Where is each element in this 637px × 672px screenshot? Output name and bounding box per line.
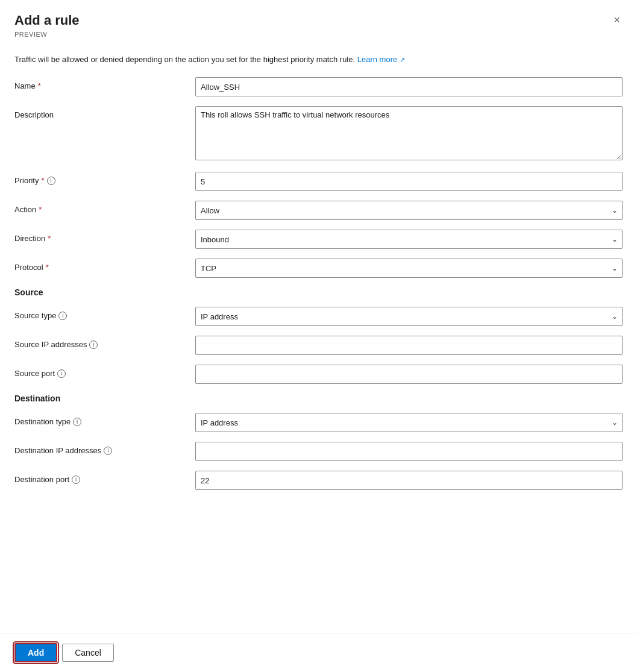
direction-row: Direction * Inbound Outbound ⌄: [14, 230, 623, 249]
name-required: *: [38, 81, 41, 90]
priority-control: [195, 172, 623, 191]
add-rule-dialog: Add a rule PREVIEW × Traffic will be all…: [0, 0, 637, 672]
source-port-control: [195, 365, 623, 384]
dialog-body: Traffic will be allowed or denied depend…: [0, 44, 637, 628]
dest-ip-label: Destination IP addresses i: [14, 442, 195, 455]
external-link-icon: ↗: [400, 56, 405, 63]
direction-select-wrapper: Inbound Outbound ⌄: [195, 230, 623, 249]
action-select-wrapper: Allow Deny ⌄: [195, 201, 623, 220]
description-control: This roll allows SSH traffic to virtual …: [195, 106, 623, 162]
action-row: Action * Allow Deny ⌄: [14, 201, 623, 220]
dest-type-select[interactable]: IP address Service Tag Application secur…: [195, 413, 623, 432]
source-ip-row: Source IP addresses i: [14, 336, 623, 355]
source-type-label: Source type i: [14, 307, 195, 320]
priority-label: Priority * i: [14, 172, 195, 185]
direction-label: Direction *: [14, 230, 195, 243]
dest-ip-row: Destination IP addresses i: [14, 442, 623, 461]
protocol-select-wrapper: TCP UDP Any ICMP ⌄: [195, 259, 623, 278]
priority-info-icon[interactable]: i: [47, 177, 55, 185]
name-control: [195, 77, 623, 96]
dest-port-info-icon[interactable]: i: [72, 476, 80, 484]
direction-control: Inbound Outbound ⌄: [195, 230, 623, 249]
source-ip-label: Source IP addresses i: [14, 336, 195, 349]
name-row: Name *: [14, 77, 623, 96]
description-input[interactable]: This roll allows SSH traffic to virtual …: [195, 106, 623, 160]
dest-port-label: Destination port i: [14, 471, 195, 484]
priority-input[interactable]: [195, 172, 623, 191]
name-input[interactable]: [195, 77, 623, 96]
dest-type-control: IP address Service Tag Application secur…: [195, 413, 623, 432]
source-type-control: IP address Service Tag Application secur…: [195, 307, 623, 326]
action-label: Action *: [14, 201, 195, 214]
protocol-control: TCP UDP Any ICMP ⌄: [195, 259, 623, 278]
source-port-row: Source port i: [14, 365, 623, 384]
protocol-required: *: [46, 263, 49, 272]
source-type-select[interactable]: IP address Service Tag Application secur…: [195, 307, 623, 326]
learn-more-link[interactable]: Learn more ↗: [357, 55, 405, 64]
close-button[interactable]: ×: [611, 12, 623, 28]
dest-type-row: Destination type i IP address Service Ta…: [14, 413, 623, 432]
cancel-button[interactable]: Cancel: [62, 644, 114, 662]
source-type-row: Source type i IP address Service Tag App…: [14, 307, 623, 326]
source-ip-info-icon[interactable]: i: [89, 341, 98, 349]
dest-port-input[interactable]: [195, 471, 623, 490]
source-type-info-icon[interactable]: i: [58, 312, 67, 320]
destination-section-heading: Destination: [14, 394, 623, 403]
action-control: Allow Deny ⌄: [195, 201, 623, 220]
dest-ip-info-icon[interactable]: i: [104, 447, 112, 455]
dest-type-info-icon[interactable]: i: [73, 418, 81, 426]
priority-required: *: [41, 176, 44, 185]
source-section-heading: Source: [14, 287, 623, 297]
action-required: *: [39, 205, 42, 214]
protocol-label: Protocol *: [14, 259, 195, 272]
source-type-select-wrapper: IP address Service Tag Application secur…: [195, 307, 623, 326]
dest-ip-input[interactable]: [195, 442, 623, 461]
source-port-input[interactable]: [195, 365, 623, 384]
action-select[interactable]: Allow Deny: [195, 201, 623, 220]
priority-row: Priority * i: [14, 172, 623, 191]
direction-select[interactable]: Inbound Outbound: [195, 230, 623, 249]
description-row: Description This roll allows SSH traffic…: [14, 106, 623, 162]
info-text: Traffic will be allowed or denied depend…: [14, 54, 623, 66]
source-port-label: Source port i: [14, 365, 195, 378]
dialog-title: Add a rule: [14, 12, 80, 30]
add-button[interactable]: Add: [14, 643, 57, 662]
direction-required: *: [48, 234, 51, 243]
dialog-header: Add a rule PREVIEW ×: [0, 0, 637, 44]
dest-type-select-wrapper: IP address Service Tag Application secur…: [195, 413, 623, 432]
source-ip-control: [195, 336, 623, 355]
dest-port-row: Destination port i: [14, 471, 623, 490]
dialog-title-block: Add a rule PREVIEW: [14, 12, 80, 38]
name-label: Name *: [14, 77, 195, 90]
protocol-select[interactable]: TCP UDP Any ICMP: [195, 259, 623, 278]
dest-port-control: [195, 471, 623, 490]
dialog-footer: Add Cancel: [0, 633, 637, 672]
dest-ip-control: [195, 442, 623, 461]
dialog-subtitle: PREVIEW: [14, 31, 80, 38]
source-ip-input[interactable]: [195, 336, 623, 355]
description-label: Description: [14, 106, 195, 119]
protocol-row: Protocol * TCP UDP Any ICMP ⌄: [14, 259, 623, 278]
source-port-info-icon[interactable]: i: [57, 369, 66, 378]
dest-type-label: Destination type i: [14, 413, 195, 426]
